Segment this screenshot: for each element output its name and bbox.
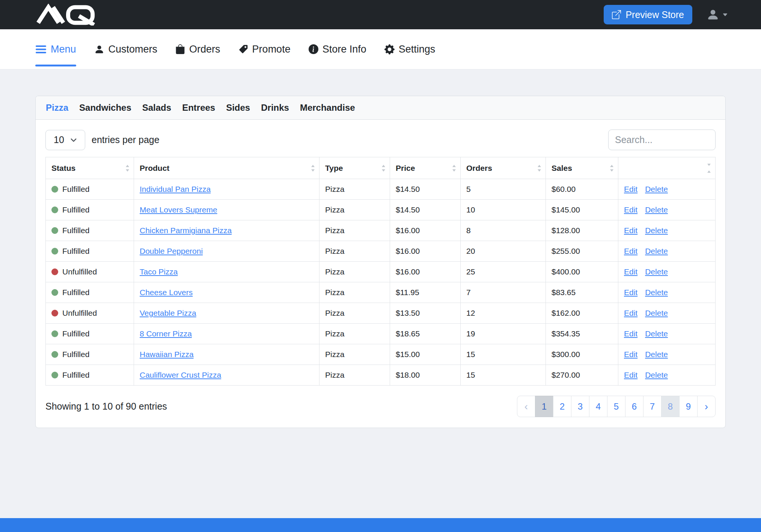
nav-item-promote[interactable]: Promote bbox=[238, 29, 291, 69]
price-cell: $14.50 bbox=[390, 179, 461, 200]
edit-link[interactable]: Edit bbox=[624, 185, 637, 193]
aiq-logo-icon bbox=[33, 4, 99, 26]
sort-icon[interactable] bbox=[310, 164, 315, 172]
status-label: Fulfilled bbox=[62, 350, 89, 359]
page-button-8[interactable]: 8 bbox=[661, 396, 680, 417]
page-button-7[interactable]: 7 bbox=[643, 396, 662, 417]
edit-link[interactable]: Edit bbox=[624, 205, 637, 214]
product-link[interactable]: Cauliflower Crust Pizza bbox=[140, 371, 221, 379]
sort-icon[interactable] bbox=[537, 164, 542, 172]
delete-link[interactable]: Delete bbox=[645, 288, 668, 297]
edit-link[interactable]: Edit bbox=[624, 247, 637, 255]
tab-drinks[interactable]: Drinks bbox=[261, 102, 289, 113]
edit-link[interactable]: Edit bbox=[624, 309, 637, 317]
page-button-9[interactable]: 9 bbox=[679, 396, 698, 417]
page-button-4[interactable]: 4 bbox=[589, 396, 607, 417]
delete-link[interactable]: Delete bbox=[645, 329, 668, 338]
nav-item-label: Store Info bbox=[322, 44, 366, 55]
entries-per-page-label: entries per page bbox=[92, 134, 160, 145]
nav-item-customers[interactable]: Customers bbox=[94, 29, 158, 69]
column-header-price[interactable]: Price bbox=[390, 157, 461, 179]
type-cell: Pizza bbox=[319, 179, 390, 200]
type-cell: Pizza bbox=[319, 220, 390, 241]
delete-link[interactable]: Delete bbox=[645, 371, 668, 379]
preview-store-button[interactable]: Preview Store bbox=[604, 5, 692, 24]
entries-select[interactable]: 10 bbox=[45, 130, 85, 150]
edit-link[interactable]: Edit bbox=[624, 226, 637, 235]
edit-link[interactable]: Edit bbox=[624, 288, 637, 297]
nav-item-settings[interactable]: Settings bbox=[384, 29, 436, 69]
external-link-icon bbox=[612, 10, 621, 19]
product-link[interactable]: Taco Pizza bbox=[140, 267, 178, 276]
edit-link[interactable]: Edit bbox=[624, 371, 637, 379]
status-label: Fulfilled bbox=[62, 371, 89, 379]
page-button-next[interactable]: › bbox=[697, 396, 716, 417]
page-button-2[interactable]: 2 bbox=[553, 396, 571, 417]
sort-icon[interactable] bbox=[707, 161, 711, 176]
tab-pizza[interactable]: Pizza bbox=[46, 102, 68, 113]
sort-icon[interactable] bbox=[452, 164, 457, 172]
edit-link[interactable]: Edit bbox=[624, 267, 637, 276]
column-header-status[interactable]: Status bbox=[46, 157, 134, 179]
column-header-type[interactable]: Type bbox=[319, 157, 390, 179]
status-label: Fulfilled bbox=[62, 329, 89, 338]
status-dot bbox=[51, 330, 58, 337]
orders-cell: 15 bbox=[461, 365, 546, 386]
delete-link[interactable]: Delete bbox=[645, 247, 668, 255]
delete-link[interactable]: Delete bbox=[645, 205, 668, 214]
status-dot bbox=[51, 372, 58, 378]
edit-link[interactable]: Edit bbox=[624, 350, 637, 359]
delete-link[interactable]: Delete bbox=[645, 350, 668, 359]
nav-item-label: Customers bbox=[108, 44, 158, 55]
delete-link[interactable]: Delete bbox=[645, 185, 668, 193]
product-link[interactable]: Chicken Parmigiana Pizza bbox=[140, 226, 232, 235]
price-cell: $18.65 bbox=[390, 324, 461, 344]
delete-link[interactable]: Delete bbox=[645, 309, 668, 317]
nav-item-menu[interactable]: Menu bbox=[35, 29, 76, 69]
nav-item-store-info[interactable]: Store Info bbox=[309, 29, 366, 69]
search-input[interactable] bbox=[608, 130, 716, 150]
product-link[interactable]: Vegetable Pizza bbox=[140, 309, 196, 317]
type-cell: Pizza bbox=[319, 344, 390, 365]
sort-icon[interactable] bbox=[609, 164, 614, 172]
user-menu[interactable] bbox=[707, 8, 728, 21]
product-link[interactable]: Double Pepperoni bbox=[140, 247, 203, 255]
app-logo[interactable] bbox=[33, 4, 99, 26]
product-link[interactable]: Cheese Lovers bbox=[140, 288, 193, 297]
product-link[interactable]: Individual Pan Pizza bbox=[140, 185, 211, 193]
nav-item-label: Settings bbox=[399, 44, 436, 55]
delete-link[interactable]: Delete bbox=[645, 267, 668, 276]
tab-merchandise[interactable]: Merchandise bbox=[300, 102, 355, 113]
sort-icon[interactable] bbox=[125, 164, 130, 172]
bottom-accent-bar bbox=[0, 518, 761, 532]
tab-entrees[interactable]: Entrees bbox=[182, 102, 215, 113]
sales-cell: $162.00 bbox=[546, 303, 618, 324]
page-button-6[interactable]: 6 bbox=[625, 396, 643, 417]
product-cell: Taco Pizza bbox=[134, 262, 319, 282]
edit-link[interactable]: Edit bbox=[624, 329, 637, 338]
page-button-1[interactable]: 1 bbox=[535, 396, 553, 417]
column-header-label: Orders bbox=[466, 164, 492, 172]
nav-item-orders[interactable]: Orders bbox=[175, 29, 220, 69]
page-button-3[interactable]: 3 bbox=[571, 396, 589, 417]
person-icon bbox=[94, 44, 104, 54]
tab-sides[interactable]: Sides bbox=[226, 102, 250, 113]
tab-sandwiches[interactable]: Sandwiches bbox=[79, 102, 131, 113]
column-header-sales[interactable]: Sales bbox=[546, 157, 618, 179]
products-table: StatusProductTypePriceOrdersSales Fulfil… bbox=[45, 157, 716, 386]
product-link[interactable]: Meat Lovers Supreme bbox=[140, 205, 217, 214]
entries-select-value: 10 bbox=[54, 134, 64, 145]
status-dot bbox=[51, 268, 58, 275]
page-button-5[interactable]: 5 bbox=[607, 396, 625, 417]
gear-icon bbox=[384, 44, 395, 54]
product-link[interactable]: 8 Corner Pizza bbox=[140, 329, 192, 338]
orders-cell: 19 bbox=[461, 324, 546, 344]
product-link[interactable]: Hawaiian Pizza bbox=[140, 350, 194, 359]
column-header-actions[interactable] bbox=[618, 157, 716, 179]
tab-salads[interactable]: Salads bbox=[142, 102, 171, 113]
page-button-prev[interactable]: ‹ bbox=[517, 396, 535, 417]
delete-link[interactable]: Delete bbox=[645, 226, 668, 235]
column-header-product[interactable]: Product bbox=[134, 157, 319, 179]
column-header-orders[interactable]: Orders bbox=[461, 157, 546, 179]
sort-icon[interactable] bbox=[381, 164, 386, 172]
